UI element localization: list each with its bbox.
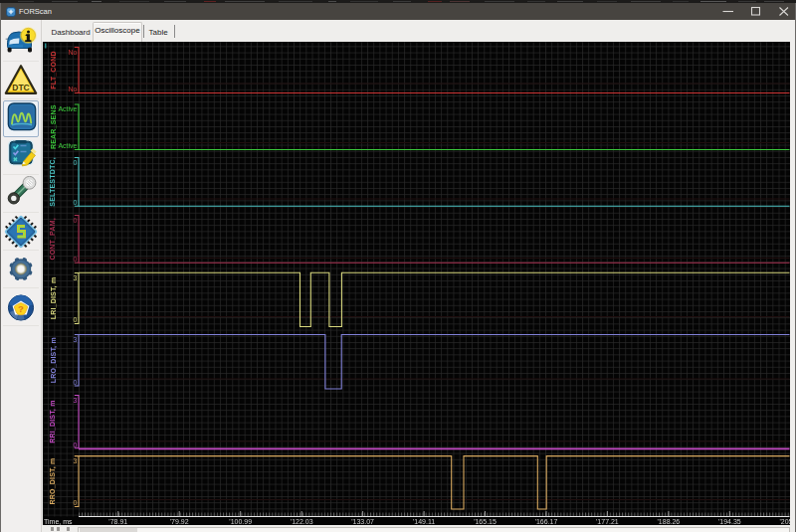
svg-text:SELTESTDTC,: SELTESTDTC, [50, 157, 58, 207]
svg-text:RRI_DIST, m: RRI_DIST, m [50, 400, 58, 443]
svg-text:0: 0 [74, 199, 78, 206]
svg-text:RRO_DIST, m: RRO_DIST, m [50, 458, 58, 505]
svg-text:'166.17: '166.17 [535, 518, 558, 525]
svg-text:3: 3 [74, 336, 78, 343]
svg-text:'100.99: '100.99 [229, 518, 252, 525]
svg-text:CONT_PAM,: CONT_PAM, [50, 218, 58, 261]
svg-text:0: 0 [74, 256, 78, 263]
svg-text:3: 3 [74, 457, 78, 464]
svg-text:?: ? [18, 304, 24, 315]
svg-text:FLT_COND: FLT_COND [50, 51, 57, 89]
svg-text:'194.35: '194.35 [718, 518, 741, 525]
svg-text:'122.03: '122.03 [291, 518, 313, 525]
svg-text:0: 0 [74, 217, 78, 224]
svg-text:'165.15: '165.15 [474, 518, 497, 525]
svg-text:Time, ms: Time, ms [44, 518, 73, 525]
svg-text:'149.11: '149.11 [413, 518, 435, 525]
svg-text:Active: Active [58, 105, 77, 112]
svg-text:Active: Active [58, 142, 77, 149]
svg-text:'188.26: '188.26 [658, 518, 681, 525]
svg-text:'78.91: '78.91 [108, 518, 127, 525]
svg-text:No: No [69, 86, 78, 92]
svg-text:3: 3 [74, 397, 78, 404]
svg-text:0: 0 [74, 442, 78, 448]
svg-text:'133.07: '133.07 [351, 518, 374, 525]
svg-text:LRI_DIST, m: LRI_DIST, m [50, 277, 58, 320]
svg-text:DTC: DTC [12, 82, 29, 91]
svg-text:'79.92: '79.92 [170, 518, 189, 525]
svg-text:No: No [69, 49, 78, 56]
svg-text:LRO_DIST, m: LRO_DIST, m [50, 337, 58, 383]
svg-text:REAR_SENS: REAR_SENS [50, 104, 57, 149]
svg-text:0: 0 [74, 316, 78, 323]
svg-text:0: 0 [74, 499, 78, 506]
svg-text:'177.21: '177.21 [596, 518, 619, 525]
svg-text:0: 0 [74, 159, 78, 166]
svg-text:'205.39: '205.39 [779, 518, 790, 525]
svg-text:0: 0 [74, 379, 78, 386]
svg-text:3: 3 [74, 274, 78, 281]
